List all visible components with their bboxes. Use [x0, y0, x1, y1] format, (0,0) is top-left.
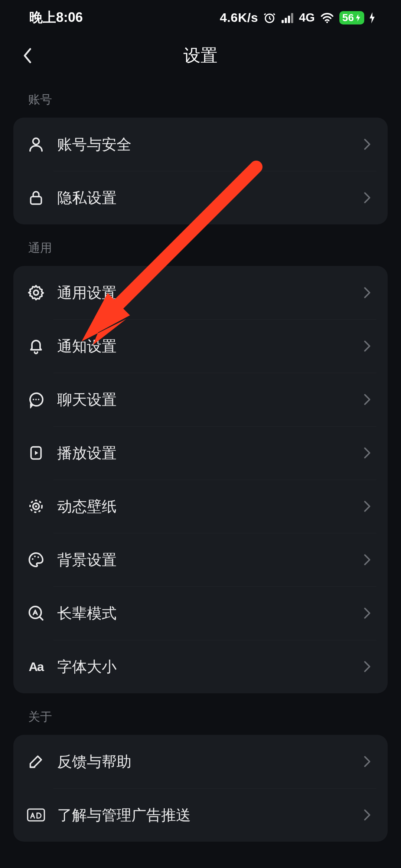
play-icon — [26, 443, 46, 463]
row-label: 账号与安全 — [57, 134, 362, 155]
row-live-wallpaper[interactable]: 动态壁纸 — [13, 480, 388, 533]
svg-rect-5 — [291, 13, 293, 23]
row-label: 聊天设置 — [57, 389, 362, 410]
chevron-right-icon — [362, 139, 373, 150]
section-header-account: 账号 — [9, 76, 392, 118]
svg-point-17 — [35, 505, 37, 507]
row-feedback[interactable]: 反馈与帮助 — [13, 735, 388, 788]
svg-marker-14 — [35, 451, 38, 455]
page-title: 设置 — [9, 44, 392, 67]
svg-point-19 — [34, 556, 36, 557]
row-font-size[interactable]: Aa 字体大小 — [13, 640, 388, 693]
battery-badge: 56 — [339, 11, 364, 24]
signal-icon — [281, 12, 294, 23]
svg-rect-3 — [288, 16, 290, 23]
row-label: 反馈与帮助 — [57, 752, 362, 772]
row-playback-settings[interactable]: 播放设置 — [13, 426, 388, 480]
chevron-right-icon — [362, 501, 373, 512]
status-bar: 晚上8:06 4.6K/s 4G — [9, 0, 392, 35]
row-notification-settings[interactable]: 通知设置 — [13, 319, 388, 373]
chevron-right-icon — [362, 809, 373, 821]
chevron-right-icon — [362, 447, 373, 458]
row-label: 长辈模式 — [57, 603, 362, 624]
pencil-icon — [26, 752, 46, 772]
group-about: 反馈与帮助 了解与管理广告推送 — [13, 735, 388, 842]
row-label: 背景设置 — [57, 550, 362, 570]
svg-point-7 — [33, 138, 39, 145]
magnify-a-icon — [26, 603, 46, 623]
svg-rect-1 — [282, 20, 284, 23]
target-icon — [26, 496, 46, 516]
svg-point-20 — [38, 556, 39, 558]
row-elder-mode[interactable]: 长辈模式 — [13, 586, 388, 640]
palette-icon — [26, 550, 46, 570]
svg-rect-22 — [28, 809, 45, 821]
row-background-settings[interactable]: 背景设置 — [13, 533, 388, 586]
group-general: 通用设置 通知设置 — [13, 266, 388, 693]
row-label: 通知设置 — [57, 336, 362, 356]
group-account: 账号与安全 隐私设置 — [13, 118, 388, 224]
status-right: 4.6K/s 4G — [220, 10, 375, 25]
chevron-right-icon — [362, 394, 373, 405]
status-time: 晚上8:06 — [29, 9, 83, 27]
section-header-general: 通用 — [9, 224, 392, 266]
lock-icon — [26, 188, 46, 208]
row-account-security[interactable]: 账号与安全 — [13, 118, 388, 171]
row-privacy[interactable]: 隐私设置 — [13, 171, 388, 224]
charging-icon — [369, 12, 375, 23]
gear-icon — [26, 283, 46, 303]
svg-point-11 — [35, 399, 37, 400]
alarm-icon — [263, 11, 276, 24]
chevron-right-icon — [362, 192, 373, 203]
chevron-right-icon — [362, 661, 373, 672]
svg-point-10 — [33, 399, 34, 400]
svg-rect-2 — [285, 18, 287, 23]
chevron-right-icon — [362, 756, 373, 767]
chat-icon — [26, 389, 46, 410]
row-label: 播放设置 — [57, 443, 362, 463]
status-time-text: 晚上8:06 — [29, 9, 83, 27]
row-chat-settings[interactable]: 聊天设置 — [13, 373, 388, 426]
app-header: 设置 — [9, 35, 392, 76]
svg-point-6 — [326, 21, 328, 23]
chevron-right-icon — [362, 341, 373, 352]
svg-point-18 — [32, 558, 33, 560]
chevron-right-icon — [362, 554, 373, 565]
row-label: 动态壁纸 — [57, 496, 362, 517]
row-label: 隐私设置 — [57, 188, 362, 208]
section-header-about: 关于 — [9, 693, 392, 735]
status-speed: 4.6K/s — [220, 10, 258, 25]
battery-text: 56 — [342, 12, 354, 24]
font-aa-icon: Aa — [26, 657, 46, 677]
svg-point-12 — [38, 399, 39, 400]
network-type: 4G — [299, 11, 315, 24]
row-label: 字体大小 — [57, 657, 362, 677]
chevron-right-icon — [362, 608, 373, 619]
svg-rect-8 — [31, 197, 42, 204]
svg-point-9 — [34, 290, 39, 295]
bell-icon — [26, 336, 46, 356]
row-general-settings[interactable]: 通用设置 — [13, 266, 388, 319]
ad-icon — [26, 805, 46, 825]
back-button[interactable] — [16, 45, 39, 67]
row-ad-management[interactable]: 了解与管理广告推送 — [13, 788, 388, 842]
row-label: 通用设置 — [57, 283, 362, 303]
wifi-icon — [320, 12, 334, 23]
user-icon — [26, 134, 46, 154]
chevron-right-icon — [362, 287, 373, 298]
screen: 晚上8:06 4.6K/s 4G — [0, 0, 401, 868]
row-label: 了解与管理广告推送 — [57, 805, 362, 825]
